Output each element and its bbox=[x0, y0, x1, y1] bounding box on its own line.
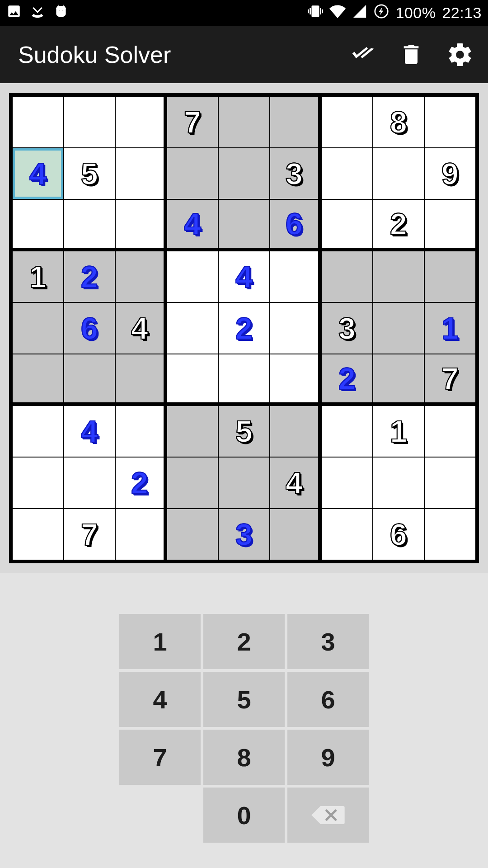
cell-8-4[interactable]: 3 bbox=[219, 509, 269, 560]
wifi-icon bbox=[329, 3, 346, 23]
cell-5-6[interactable]: 2 bbox=[322, 354, 372, 405]
cell-7-7[interactable] bbox=[373, 458, 424, 508]
keypad-8[interactable]: 8 bbox=[203, 730, 285, 785]
cell-4-6[interactable]: 3 bbox=[322, 303, 372, 354]
cell-0-0[interactable] bbox=[13, 97, 63, 147]
cell-1-3[interactable] bbox=[167, 148, 218, 199]
cell-5-8[interactable]: 7 bbox=[425, 354, 475, 405]
cell-4-4[interactable]: 2 bbox=[219, 303, 269, 354]
cell-0-7[interactable]: 8 bbox=[373, 97, 424, 147]
cell-5-3[interactable] bbox=[167, 354, 218, 405]
keypad-1[interactable]: 1 bbox=[119, 614, 201, 669]
cell-4-3[interactable] bbox=[167, 303, 218, 354]
cell-2-3[interactable]: 4 bbox=[167, 200, 218, 250]
cell-8-0[interactable] bbox=[13, 509, 63, 560]
cell-5-2[interactable] bbox=[116, 354, 166, 405]
cell-0-5[interactable] bbox=[270, 97, 321, 147]
keypad-6[interactable]: 6 bbox=[287, 672, 369, 727]
cell-3-0[interactable]: 1 bbox=[13, 251, 63, 302]
cell-4-8[interactable]: 1 bbox=[425, 303, 475, 354]
cell-7-1[interactable] bbox=[64, 458, 115, 508]
cell-1-1[interactable]: 5 bbox=[64, 148, 115, 199]
cell-5-4[interactable] bbox=[219, 354, 269, 405]
cell-7-4[interactable] bbox=[219, 458, 269, 508]
cell-0-3[interactable]: 7 bbox=[167, 97, 218, 147]
cell-1-7[interactable] bbox=[373, 148, 424, 199]
cell-7-5[interactable]: 4 bbox=[270, 458, 321, 508]
cell-8-7[interactable]: 6 bbox=[373, 509, 424, 560]
cell-3-8[interactable] bbox=[425, 251, 475, 302]
cell-6-5[interactable] bbox=[270, 406, 321, 457]
cell-2-6[interactable] bbox=[322, 200, 372, 250]
cell-8-2[interactable] bbox=[116, 509, 166, 560]
cell-2-7[interactable]: 2 bbox=[373, 200, 424, 250]
cell-0-8[interactable] bbox=[425, 97, 475, 147]
keypad-4[interactable]: 4 bbox=[119, 672, 201, 727]
cell-0-2[interactable] bbox=[116, 97, 166, 147]
keypad-3[interactable]: 3 bbox=[287, 614, 369, 669]
solve-all-button[interactable] bbox=[348, 40, 377, 69]
battery-level: 100% bbox=[395, 4, 436, 22]
cell-7-0[interactable] bbox=[13, 458, 63, 508]
cell-1-8[interactable]: 9 bbox=[425, 148, 475, 199]
cell-1-4[interactable] bbox=[219, 148, 269, 199]
cell-1-2[interactable] bbox=[116, 148, 166, 199]
cell-8-8[interactable] bbox=[425, 509, 475, 560]
cell-5-7[interactable] bbox=[373, 354, 424, 405]
cell-2-5[interactable]: 6 bbox=[270, 200, 321, 250]
keypad-0[interactable]: 0 bbox=[203, 788, 285, 843]
cell-2-8[interactable] bbox=[425, 200, 475, 250]
cell-6-6[interactable] bbox=[322, 406, 372, 457]
keypad-area: 1234567890 bbox=[0, 573, 488, 843]
cell-6-0[interactable] bbox=[13, 406, 63, 457]
cell-1-5[interactable]: 3 bbox=[270, 148, 321, 199]
cell-3-1[interactable]: 2 bbox=[64, 251, 115, 302]
cell-3-6[interactable] bbox=[322, 251, 372, 302]
cell-4-2[interactable]: 4 bbox=[116, 303, 166, 354]
cell-8-5[interactable] bbox=[270, 509, 321, 560]
settings-button[interactable] bbox=[446, 40, 474, 69]
cell-3-5[interactable] bbox=[270, 251, 321, 302]
cell-4-0[interactable] bbox=[13, 303, 63, 354]
cell-0-4[interactable] bbox=[219, 97, 269, 147]
cell-2-4[interactable] bbox=[219, 200, 269, 250]
bottom-spacer bbox=[0, 843, 488, 868]
cell-4-5[interactable] bbox=[270, 303, 321, 354]
cell-6-4[interactable]: 5 bbox=[219, 406, 269, 457]
cell-2-2[interactable] bbox=[116, 200, 166, 250]
cell-3-7[interactable] bbox=[373, 251, 424, 302]
cell-6-7[interactable]: 1 bbox=[373, 406, 424, 457]
keypad-5[interactable]: 5 bbox=[203, 672, 285, 727]
cell-6-3[interactable] bbox=[167, 406, 218, 457]
cell-6-8[interactable] bbox=[425, 406, 475, 457]
cell-2-1[interactable] bbox=[64, 200, 115, 250]
keypad-7[interactable]: 7 bbox=[119, 730, 201, 785]
keypad-2[interactable]: 2 bbox=[203, 614, 285, 669]
cell-1-0[interactable]: 4 bbox=[13, 148, 63, 199]
cell-5-1[interactable] bbox=[64, 354, 115, 405]
cell-3-2[interactable] bbox=[116, 251, 166, 302]
cell-5-0[interactable] bbox=[13, 354, 63, 405]
cell-3-4[interactable]: 4 bbox=[219, 251, 269, 302]
cell-7-2[interactable]: 2 bbox=[116, 458, 166, 508]
cell-7-3[interactable] bbox=[167, 458, 218, 508]
cell-3-3[interactable] bbox=[167, 251, 218, 302]
cell-5-5[interactable] bbox=[270, 354, 321, 405]
cell-7-8[interactable] bbox=[425, 458, 475, 508]
cell-digit: 4 bbox=[131, 311, 148, 346]
cell-4-7[interactable] bbox=[373, 303, 424, 354]
keypad-backspace[interactable] bbox=[287, 788, 369, 843]
cell-6-1[interactable]: 4 bbox=[64, 406, 115, 457]
cell-8-6[interactable] bbox=[322, 509, 372, 560]
cell-4-1[interactable]: 6 bbox=[64, 303, 115, 354]
cell-0-1[interactable] bbox=[64, 97, 115, 147]
cell-0-6[interactable] bbox=[322, 97, 372, 147]
cell-6-2[interactable] bbox=[116, 406, 166, 457]
cell-8-1[interactable]: 7 bbox=[64, 509, 115, 560]
cell-8-3[interactable] bbox=[167, 509, 218, 560]
cell-7-6[interactable] bbox=[322, 458, 372, 508]
cell-2-0[interactable] bbox=[13, 200, 63, 250]
clear-button[interactable] bbox=[397, 40, 426, 69]
keypad-9[interactable]: 9 bbox=[287, 730, 369, 785]
cell-1-6[interactable] bbox=[322, 148, 372, 199]
